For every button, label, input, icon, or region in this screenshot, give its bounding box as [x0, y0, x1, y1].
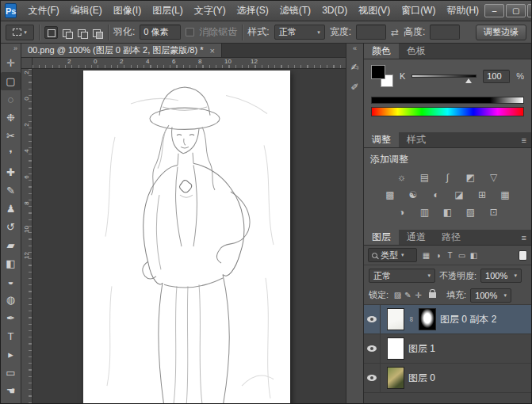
- menu-item[interactable]: 图像(I): [108, 1, 147, 21]
- path-selection-tool[interactable]: ▸: [1, 345, 21, 364]
- color-lookup-icon[interactable]: ▦: [499, 189, 511, 200]
- history-brush-tool[interactable]: ↺: [1, 218, 21, 236]
- hand-tool[interactable]: ☚: [1, 382, 21, 400]
- refine-edge-button[interactable]: 调整边缘: [476, 25, 526, 40]
- color-balance-icon[interactable]: ☯: [407, 189, 419, 200]
- photoshop-logo[interactable]: Ps: [5, 3, 17, 18]
- expand-tools-icon[interactable]: »: [1, 44, 21, 54]
- filter-type-layers-icon[interactable]: T: [444, 251, 456, 260]
- spot-healing-brush-tool[interactable]: ✚: [1, 163, 21, 181]
- gradient-tool[interactable]: ◧: [1, 254, 21, 273]
- hue-saturation-icon[interactable]: ▩: [384, 189, 396, 200]
- ruler-origin[interactable]: [21, 58, 33, 68]
- foreground-color-swatch[interactable]: [371, 65, 385, 79]
- opacity-input[interactable]: 100% ▾: [480, 269, 522, 283]
- brightness-contrast-icon[interactable]: ☼: [396, 172, 408, 183]
- visibility-toggle[interactable]: [364, 305, 381, 333]
- threshold-icon[interactable]: ◧: [442, 207, 454, 218]
- panel-menu-icon[interactable]: ≡: [517, 230, 531, 245]
- layer-thumbnail[interactable]: [387, 367, 404, 389]
- panel-tab[interactable]: 调整: [364, 132, 399, 147]
- layer-thumbnail[interactable]: [387, 337, 404, 360]
- selective-color-icon[interactable]: ⊡: [488, 207, 500, 218]
- pen-tool[interactable]: ✒: [1, 309, 21, 327]
- move-tool[interactable]: ✛: [1, 54, 21, 72]
- spectrum-ramp[interactable]: [371, 107, 524, 116]
- panel-tab[interactable]: 图层: [364, 230, 399, 245]
- blend-mode-select[interactable]: 正常 ▾: [369, 269, 435, 283]
- crop-tool[interactable]: ✂: [1, 127, 21, 145]
- properties-panel-icon[interactable]: ✍: [347, 59, 362, 74]
- menu-item[interactable]: 3D(D): [316, 1, 353, 21]
- height-input[interactable]: [430, 25, 460, 40]
- intersect-selection-button[interactable]: [90, 26, 103, 39]
- rectangular-marquee-tool[interactable]: ▢: [1, 72, 21, 90]
- rectangle-tool[interactable]: ▭: [1, 364, 21, 382]
- filter-shape-layers-icon[interactable]: ▭: [456, 251, 468, 260]
- posterize-icon[interactable]: ▥: [419, 207, 431, 218]
- brush-tool[interactable]: ✎: [1, 181, 21, 200]
- lock-transparency-icon[interactable]: ▨: [392, 291, 403, 299]
- quick-selection-tool[interactable]: ❉: [1, 109, 21, 127]
- menu-item[interactable]: 文件(F): [22, 1, 64, 21]
- panel-tab[interactable]: 颜色: [364, 44, 399, 59]
- menu-item[interactable]: 窗口(W): [396, 1, 441, 21]
- channel-mixer-icon[interactable]: ⊞: [476, 189, 488, 200]
- swap-dimensions-icon[interactable]: ⇄: [391, 27, 399, 38]
- layer-filter-select[interactable]: 类型 ▾: [368, 248, 417, 262]
- minimize-button[interactable]: –: [484, 4, 504, 17]
- curves-icon[interactable]: ∫: [442, 172, 454, 183]
- dodge-tool[interactable]: ◍: [1, 291, 21, 309]
- new-selection-button[interactable]: [44, 26, 58, 39]
- type-tool[interactable]: T: [1, 327, 21, 345]
- photo-filter-icon[interactable]: ◪: [453, 189, 465, 200]
- panel-tab[interactable]: 通道: [399, 230, 434, 245]
- exposure-icon[interactable]: ◩: [465, 172, 477, 183]
- filter-pixel-layers-icon[interactable]: ▦: [420, 251, 432, 260]
- filter-toggle-switch[interactable]: [519, 250, 527, 261]
- layer-row[interactable]: 图层 0: [364, 364, 531, 393]
- blur-tool[interactable]: ◒: [1, 273, 21, 291]
- menu-item[interactable]: 滤镜(T): [274, 1, 316, 21]
- k-slider[interactable]: [411, 74, 477, 78]
- fill-input[interactable]: 100% ▾: [470, 288, 511, 303]
- vertical-ruler[interactable]: 2024681012: [21, 69, 33, 403]
- tool-preset-picker[interactable]: ▾: [6, 25, 34, 40]
- horizontal-ruler[interactable]: 2024681012: [33, 58, 346, 68]
- menu-item[interactable]: 选择(S): [232, 1, 274, 21]
- menu-item[interactable]: 图层(L): [147, 1, 189, 21]
- eraser-tool[interactable]: ▰: [1, 236, 21, 254]
- maximize-button[interactable]: ▢: [506, 4, 526, 17]
- collapse-dock-icon[interactable]: «: [346, 44, 363, 55]
- feather-input[interactable]: 0 像素: [140, 25, 181, 40]
- k-value-input[interactable]: 100: [483, 70, 510, 83]
- visibility-toggle[interactable]: [364, 364, 381, 392]
- subtract-from-selection-button[interactable]: [75, 26, 88, 39]
- panel-tab[interactable]: 路径: [434, 230, 469, 245]
- menu-item[interactable]: 编辑(E): [65, 1, 108, 21]
- invert-icon[interactable]: ◑: [396, 207, 408, 218]
- filter-adjustment-layers-icon[interactable]: ◑: [432, 251, 444, 260]
- gradient-map-icon[interactable]: ▨: [465, 207, 477, 218]
- filter-smart-objects-icon[interactable]: ◧: [468, 251, 480, 260]
- levels-icon[interactable]: ▤: [419, 172, 431, 183]
- eyedropper-tool[interactable]: ❜: [1, 145, 21, 163]
- grayscale-ramp[interactable]: [371, 97, 524, 104]
- brush-panel-icon[interactable]: ✐: [347, 79, 362, 94]
- menu-item[interactable]: 帮助(H): [441, 1, 484, 21]
- slider-handle[interactable]: [465, 78, 472, 83]
- menu-item[interactable]: 视图(V): [353, 1, 396, 21]
- antialias-checkbox[interactable]: [186, 28, 194, 36]
- canvas-page[interactable]: [83, 71, 290, 403]
- lock-all-icon[interactable]: [429, 292, 436, 298]
- panel-tab[interactable]: 样式: [399, 132, 434, 147]
- clone-stamp-tool[interactable]: ♟: [1, 200, 21, 218]
- layer-row[interactable]: 图层 1: [364, 334, 531, 364]
- close-tab-icon[interactable]: ×: [209, 46, 214, 55]
- panel-tab[interactable]: 色板: [399, 44, 434, 59]
- menu-item[interactable]: 文字(Y): [189, 1, 232, 21]
- vibrance-icon[interactable]: ▽: [488, 172, 500, 183]
- add-to-selection-button[interactable]: [59, 26, 73, 39]
- width-input[interactable]: [356, 25, 386, 40]
- layer-row[interactable]: ∞ 图层 0 副本 2: [364, 305, 531, 334]
